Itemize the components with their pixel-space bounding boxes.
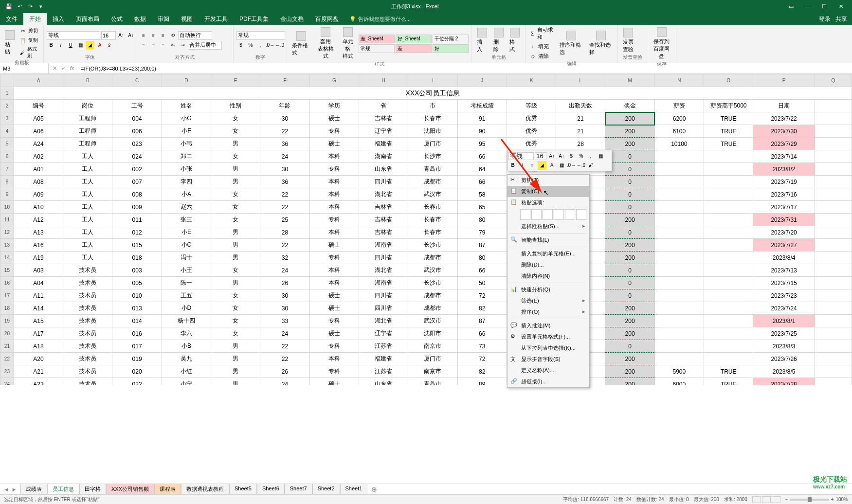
row-header-23[interactable]: 23 xyxy=(0,365,14,378)
col-header-Q[interactable]: Q xyxy=(815,74,852,87)
cell[interactable]: A18 xyxy=(14,340,63,353)
font-size-select[interactable] xyxy=(101,31,116,40)
cell[interactable]: 2023/7/25 xyxy=(753,327,815,340)
view-normal-icon[interactable] xyxy=(752,496,761,503)
cell[interactable]: 硕士 xyxy=(309,239,359,252)
cell[interactable]: 吴九 xyxy=(162,353,211,365)
cell[interactable]: 沈阳市 xyxy=(408,125,457,138)
cell[interactable]: A15 xyxy=(14,315,63,327)
zoom-slider[interactable] xyxy=(790,499,829,501)
cell[interactable]: 男 xyxy=(211,378,260,386)
table-header[interactable]: 性别 xyxy=(211,100,260,112)
style-thousand[interactable]: 千位分隔 2 xyxy=(433,35,469,43)
cell[interactable]: 小A xyxy=(162,188,211,201)
align-right-icon[interactable]: ≡ xyxy=(159,41,167,50)
paste-opt-6[interactable] xyxy=(576,209,586,220)
font-name-select[interactable] xyxy=(47,31,100,40)
sheet-tab[interactable]: Sheet6 xyxy=(257,484,285,495)
col-header-K[interactable]: K xyxy=(507,74,556,87)
cell[interactable]: 003 xyxy=(112,264,162,277)
ctx-delete[interactable]: 删除(D)... xyxy=(508,259,589,270)
cell[interactable]: A17 xyxy=(14,327,63,340)
cell[interactable]: 硕士 xyxy=(309,302,359,315)
row-header-10[interactable]: 10 xyxy=(0,201,14,214)
cell[interactable]: A19 xyxy=(14,252,63,264)
cell[interactable] xyxy=(815,150,852,163)
tab-layout[interactable]: 页面布局 xyxy=(70,13,105,25)
cell[interactable]: 硕士 xyxy=(309,378,359,386)
cell[interactable]: 66 xyxy=(457,264,507,277)
cell[interactable]: TRUE xyxy=(704,125,753,138)
delete-cells-button[interactable]: 删除 xyxy=(491,27,506,54)
table-header[interactable]: 工号 xyxy=(112,100,162,112)
cell[interactable] xyxy=(815,214,852,226)
cell[interactable]: 36 xyxy=(260,138,309,150)
close-icon[interactable]: ✕ xyxy=(834,1,847,11)
paste-opt-1[interactable] xyxy=(520,209,530,220)
sort-filter-button[interactable]: 排序和筛选 xyxy=(558,30,585,57)
tab-pdf[interactable]: PDF工具集 xyxy=(234,13,274,25)
cell[interactable]: 58 xyxy=(457,188,507,201)
ctx-hyperlink[interactable]: 🔗超链接(I)... xyxy=(508,376,589,387)
cell[interactable]: 2023/7/17 xyxy=(753,201,815,214)
cell[interactable] xyxy=(704,302,753,315)
cell[interactable]: 男 xyxy=(211,365,260,378)
cell[interactable]: 长春市 xyxy=(408,214,457,226)
cell-style-button[interactable]: 单元格 样式 xyxy=(339,26,357,61)
cell[interactable]: 小韦 xyxy=(162,138,211,150)
ctx-clear[interactable]: 清除内容(N) xyxy=(508,270,589,282)
share-button[interactable]: 共享 xyxy=(835,15,847,23)
zoom-out-icon[interactable]: − xyxy=(785,497,788,502)
cell[interactable]: 福建省 xyxy=(359,353,408,365)
cell[interactable] xyxy=(704,327,753,340)
cell[interactable]: 004 xyxy=(112,112,162,125)
indent-increase-icon[interactable]: ⇥ xyxy=(178,41,187,50)
table-header[interactable]: 年龄 xyxy=(260,100,309,112)
cell[interactable]: 200 xyxy=(605,112,654,125)
tell-me[interactable]: 💡告诉我您想要做什么... xyxy=(344,16,819,23)
cell[interactable]: 女 xyxy=(211,125,260,138)
cell[interactable]: 2023/7/23 xyxy=(753,289,815,302)
cell[interactable]: 2023/7/29 xyxy=(753,138,815,150)
cell[interactable] xyxy=(815,264,852,277)
table-format-button[interactable]: 套用 表格格式 xyxy=(314,26,337,61)
cell[interactable]: 2023/8/5 xyxy=(753,365,815,378)
cell[interactable] xyxy=(654,150,704,163)
cell[interactable] xyxy=(704,264,753,277)
row-header-4[interactable]: 4 xyxy=(0,125,14,138)
row-header-21[interactable]: 21 xyxy=(0,340,14,353)
cell[interactable]: 50 xyxy=(457,277,507,289)
cell[interactable]: 成都市 xyxy=(408,302,457,315)
ctx-paste-special[interactable]: 选择性粘贴(S)...▸ xyxy=(508,221,589,232)
cell[interactable]: 200 xyxy=(605,138,654,150)
row-header-5[interactable]: 5 xyxy=(0,138,14,150)
mini-align-icon[interactable]: ≡ xyxy=(528,161,537,170)
cell[interactable] xyxy=(815,226,852,239)
cell[interactable]: 26 xyxy=(260,277,309,289)
cell[interactable]: 武汉市 xyxy=(408,264,457,277)
ctx-copy[interactable]: 📋复制(C) xyxy=(508,186,589,197)
tab-home[interactable]: 开始 xyxy=(23,13,47,25)
cell[interactable]: 青岛市 xyxy=(408,378,457,386)
align-left-icon[interactable]: ≡ xyxy=(139,41,148,50)
cell[interactable]: 24 xyxy=(260,264,309,277)
corner-cell[interactable] xyxy=(0,74,14,87)
cell[interactable]: 工人 xyxy=(63,150,112,163)
tab-formulas[interactable]: 公式 xyxy=(105,13,128,25)
ctx-phonetic[interactable]: 文显示拼音字段(S) xyxy=(508,354,589,365)
cell[interactable] xyxy=(704,239,753,252)
cell[interactable]: 男 xyxy=(211,353,260,365)
cell[interactable]: A08 xyxy=(14,176,63,188)
cell[interactable]: 男 xyxy=(211,252,260,264)
mini-font-color-icon[interactable]: A xyxy=(547,161,556,170)
cell[interactable] xyxy=(654,353,704,365)
ctx-define-name[interactable]: 定义名称(A)... xyxy=(508,365,589,376)
cell[interactable]: 28 xyxy=(260,226,309,239)
cell[interactable]: 022 xyxy=(112,378,162,386)
cell[interactable]: A21 xyxy=(14,365,63,378)
align-top-icon[interactable]: ≡ xyxy=(139,31,148,40)
cell[interactable]: 山东省 xyxy=(359,163,408,176)
row-header-20[interactable]: 20 xyxy=(0,327,14,340)
tab-file[interactable]: 文件 xyxy=(0,13,23,25)
cell[interactable]: 013 xyxy=(112,302,162,315)
